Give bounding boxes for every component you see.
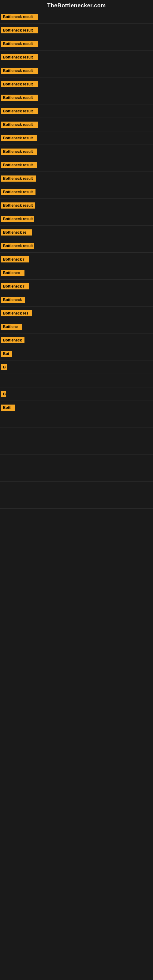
list-item: Bottleneck result bbox=[0, 78, 153, 91]
list-item: Bottleneck result bbox=[0, 185, 153, 199]
list-item: Bottleneck result bbox=[0, 10, 153, 24]
list-item: Bottleneck result bbox=[0, 64, 153, 78]
list-item: Bottlene bbox=[0, 320, 153, 334]
list-item: Bottleneck bbox=[0, 334, 153, 347]
list-item bbox=[0, 495, 153, 509]
bottleneck-result-bar: Bottleneck result bbox=[1, 175, 36, 181]
list-item: Bot bbox=[0, 347, 153, 360]
bottleneck-result-bar: Bottleneck result bbox=[1, 162, 37, 168]
list-item: Bottlenec bbox=[0, 266, 153, 280]
list-item: Bottleneck result bbox=[0, 131, 153, 145]
bottleneck-result-bar: Bottleneck result bbox=[1, 122, 38, 128]
list-item: Bottleneck res bbox=[0, 307, 153, 320]
list-item: Bottleneck result bbox=[0, 91, 153, 105]
list-item: Bottleneck result bbox=[0, 145, 153, 158]
bottleneck-result-bar: Bottleneck re bbox=[1, 229, 32, 235]
list-item bbox=[0, 414, 153, 428]
bottleneck-result-bar: Bottleneck result bbox=[1, 54, 38, 60]
list-item: Bottleneck result bbox=[0, 239, 153, 253]
site-title: TheBottlenecker.com bbox=[0, 0, 153, 10]
bottleneck-result-bar: B bbox=[1, 364, 7, 370]
list-item: Bottleneck re bbox=[0, 226, 153, 239]
bottleneck-result-bar: Bottleneck result bbox=[1, 202, 35, 208]
bottleneck-result-bar: Bottleneck result bbox=[1, 216, 34, 222]
list-item bbox=[0, 441, 153, 455]
bottleneck-result-bar: Bottleneck result bbox=[1, 14, 38, 20]
bottleneck-result-bar: Bottleneck result bbox=[1, 189, 35, 195]
bottleneck-result-bar: Bottleneck result bbox=[1, 148, 37, 155]
bottleneck-result-bar: Bottleneck result bbox=[1, 41, 38, 47]
list-item: Bottleneck r bbox=[0, 253, 153, 266]
bottleneck-result-bar: Bottleneck result bbox=[1, 135, 37, 141]
list-item: Bottleneck result bbox=[0, 212, 153, 226]
bottleneck-result-bar: Bottleneck bbox=[1, 297, 25, 303]
bottleneck-result-bar: Bottleneck result bbox=[1, 68, 38, 74]
list-item: Bottleneck result bbox=[0, 199, 153, 212]
list-item: Bottleneck result bbox=[0, 118, 153, 131]
list-item: Bottleneck result bbox=[0, 158, 153, 172]
list-item: Bottleneck result bbox=[0, 24, 153, 37]
bottleneck-result-bar: Bottl bbox=[1, 404, 15, 411]
list-item: B bbox=[0, 360, 153, 374]
bottleneck-result-bar: Bot bbox=[1, 351, 12, 357]
list-item: Bottleneck result bbox=[0, 51, 153, 64]
list-item: B bbox=[0, 387, 153, 401]
bottleneck-result-bar: Bottleneck result bbox=[1, 243, 33, 249]
list-item: Bottleneck result bbox=[0, 172, 153, 185]
list-item bbox=[0, 455, 153, 468]
bottleneck-result-bar: B bbox=[1, 391, 6, 397]
list-item: Bottleneck result bbox=[0, 37, 153, 51]
list-item: Bottl bbox=[0, 401, 153, 414]
bottleneck-result-bar: Bottleneck bbox=[1, 337, 24, 343]
bottleneck-result-bar: Bottleneck r bbox=[1, 256, 29, 262]
list-item: Bottleneck bbox=[0, 293, 153, 307]
list-item: Bottleneck r bbox=[0, 280, 153, 293]
list-item bbox=[0, 468, 153, 482]
bottleneck-result-bar: Bottleneck r bbox=[1, 283, 29, 290]
list-item: Bottleneck result bbox=[0, 105, 153, 118]
bottleneck-result-bar: Bottleneck result bbox=[1, 81, 38, 87]
bottleneck-result-bar: Bottleneck result bbox=[1, 95, 38, 101]
bottleneck-result-bar: Bottleneck res bbox=[1, 310, 32, 317]
list-item bbox=[0, 374, 153, 387]
list-item bbox=[0, 482, 153, 495]
bottleneck-result-bar: Bottlenec bbox=[1, 270, 24, 276]
bottleneck-result-bar: Bottleneck result bbox=[1, 108, 38, 114]
bottleneck-result-bar: Bottlene bbox=[1, 324, 22, 330]
bottleneck-result-bar: Bottleneck result bbox=[1, 27, 38, 33]
list-item bbox=[0, 428, 153, 441]
